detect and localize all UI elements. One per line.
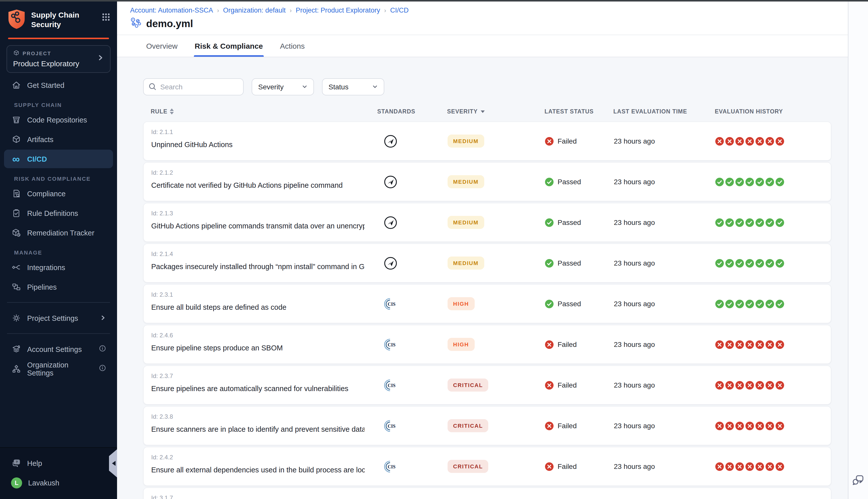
failed-status-icon [545,381,554,389]
chevron-left-icon [112,461,115,466]
evaluation-history [715,218,831,227]
rules-table-body: Id: 2.1.1 Unpinned GitHub Actions MEDIUM… [143,121,868,499]
history-failed-icon [715,137,724,145]
tab-risk-and-compliance[interactable]: Risk & Compliance [194,35,264,57]
passed-status-icon [545,178,554,186]
last-evaluation-time: 23 hours ago [614,178,715,186]
history-failed-icon [775,137,784,145]
search-icon [148,82,157,93]
info-icon[interactable] [99,345,106,353]
sidebar-item-label: Code Repositories [27,116,87,124]
passed-status-icon [545,218,554,227]
table-row[interactable]: Id: 2.1.2 Certificate not verified by Gi… [143,162,831,201]
project-selector[interactable]: PROJECT Product Exploratory [7,45,110,73]
table-row[interactable]: Id: 3.1.7 CIS CRITICAL Failed 23 hours a… [143,487,831,499]
history-failed-icon [745,340,754,349]
code-repository-icon [11,115,21,125]
risk-compliance-content: Severity Status RULE [117,57,868,499]
app-window: Supply Chain Security [0,0,868,499]
sidebar-item-project-settings[interactable]: Project Settings [4,309,113,327]
drone-standard-icon [384,216,448,229]
sidebar-item-get-started[interactable]: Get Started [4,76,113,94]
sidebar-item-label: Integrations [27,263,65,271]
column-header-rule[interactable]: RULE [143,108,369,114]
last-evaluation-time: 23 hours ago [614,218,715,227]
sidebar-item-label: Get Started [27,81,64,89]
breadcrumb-account-link[interactable]: Account: Automation-SSCA [130,7,213,14]
rule-id: Id: 2.4.2 [151,454,365,461]
history-failed-icon [725,422,734,430]
feedback-chat-icon[interactable] [852,473,865,489]
table-row[interactable]: Id: 2.4.2 Ensure all external dependenci… [143,447,831,486]
table-row[interactable]: Id: 2.3.7 Ensure pipelines are automatic… [143,365,831,405]
sidebar-item-label: Pipelines [27,283,57,291]
tab-actions[interactable]: Actions [279,35,306,57]
sidebar-item-rule-definitions[interactable]: Rule Definitions [4,204,113,222]
status-label: Failed [557,462,577,471]
history-failed-icon [756,422,764,430]
history-failed-icon [745,462,754,471]
breadcrumb-separator: › [217,7,219,14]
rule-name: Packages insecurely installed through “n… [151,263,365,271]
status-label: Passed [557,178,581,186]
severity-filter-dropdown[interactable]: Severity [252,78,314,95]
cube-icon [13,50,20,57]
page-header: Account: Automation-SSCA › Organization:… [117,1,868,35]
breadcrumb-project-link[interactable]: Project: Product Exploratory [296,7,380,14]
rule-id: Id: 2.3.7 [151,373,365,379]
shield-logo-icon [7,9,26,32]
history-failed-icon [765,422,774,430]
failed-status-icon [545,462,554,471]
last-evaluation-time: 23 hours ago [614,422,715,430]
app-grid-icon[interactable] [102,13,110,23]
breadcrumb-cicd-link[interactable]: CI/CD [390,7,409,14]
history-passed-icon [735,259,744,267]
table-row[interactable]: Id: 2.3.1 Ensure all build steps are def… [143,284,831,323]
rule-id: Id: 2.4.6 [151,332,365,339]
sidebar-item-pipelines[interactable]: Pipelines [4,278,113,296]
history-passed-icon [756,300,764,308]
sidebar-item-cicd[interactable]: ∞ CI/CD [4,150,113,168]
history-passed-icon [756,259,764,267]
history-failed-icon [725,137,734,145]
rule-id: Id: 2.3.1 [151,291,365,298]
sidebar-item-compliance[interactable]: Compliance [4,184,113,203]
evaluation-history [715,422,831,430]
project-selector-value: Product Exploratory [13,59,97,68]
table-row[interactable]: Id: 2.4.6 Ensure pipeline steps produce … [143,325,831,364]
cis-standard-icon: CIS [384,460,448,473]
table-row[interactable]: Id: 2.3.8 Ensure scanners are in place t… [143,406,831,445]
svg-text:CIS: CIS [388,382,396,388]
rule-id: Id: 2.1.3 [151,210,365,217]
table-row[interactable]: Id: 2.1.3 GitHub Actions pipeline comman… [143,203,831,242]
sidebar-item-organization-settings[interactable]: Organization Settings [4,360,113,378]
sidebar-item-artifacts[interactable]: Artifacts [4,130,113,149]
sidebar-item-code-repositories[interactable]: Code Repositories [4,110,113,129]
status-filter-dropdown[interactable]: Status [322,78,384,95]
history-passed-icon [765,259,774,267]
severity-badge: HIGH [448,338,474,351]
tab-overview[interactable]: Overview [145,35,179,57]
info-icon[interactable] [99,364,106,373]
last-evaluation-time: 23 hours ago [614,340,715,349]
table-row[interactable]: Id: 2.1.1 Unpinned GitHub Actions MEDIUM… [143,121,831,161]
evaluation-history [715,137,831,145]
search-input[interactable] [143,78,244,95]
sidebar-item-remediation-tracker[interactable]: Remediation Tracker [4,223,113,242]
evaluation-history [715,300,831,308]
status-label: Passed [557,218,581,227]
severity-badge: CRITICAL [448,419,489,432]
sidebar-item-integrations[interactable]: Integrations [4,258,113,277]
pipelines-icon [11,282,21,292]
sidebar-item-help[interactable]: ? Help [4,454,113,472]
sidebar-item-account-settings[interactable]: Account Settings [4,340,113,358]
column-header-severity[interactable]: SEVERITY [447,108,544,114]
history-failed-icon [765,462,774,471]
severity-badge: MEDIUM [448,216,484,229]
rule-id: Id: 2.1.1 [151,129,365,135]
user-menu[interactable]: L Lavakush [4,473,113,492]
history-passed-icon [745,259,754,267]
table-row[interactable]: Id: 2.1.4 Packages insecurely installed … [143,243,831,283]
history-passed-icon [715,178,724,186]
breadcrumb-organization-link[interactable]: Organization: default [223,7,286,14]
